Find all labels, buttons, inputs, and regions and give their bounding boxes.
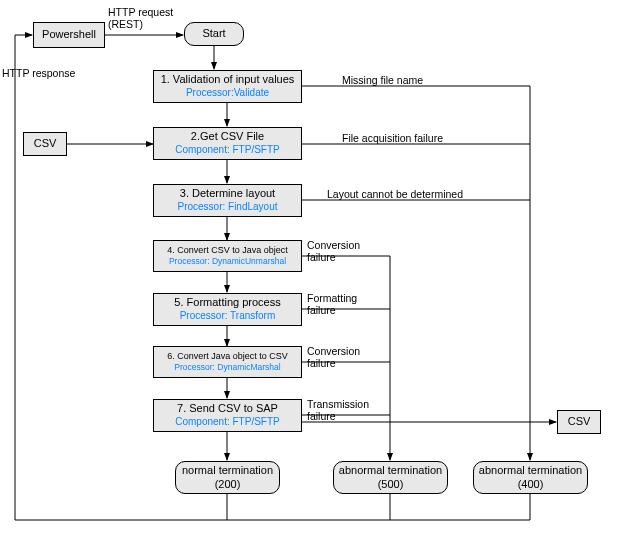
powershell-node: Powershell bbox=[33, 22, 105, 48]
step4-node: 4. Convert CSV to Java objectProcessor: … bbox=[153, 240, 302, 272]
err6-label: Conversion failure bbox=[307, 345, 360, 369]
step7-node: 7. Send CSV to SAPComponent: FTP/SFTP bbox=[153, 399, 302, 432]
step2-node: 2.Get CSV FileComponent: FTP/SFTP bbox=[153, 127, 302, 160]
err1-label: Missing file name bbox=[342, 74, 423, 86]
term-400-node: abnormal termination(400) bbox=[473, 461, 588, 494]
err2-label: File acquisition failure bbox=[342, 132, 443, 144]
err4-label: Conversion failure bbox=[307, 239, 360, 263]
csv-input-node: CSV bbox=[23, 132, 67, 156]
http-response-label: HTTP response bbox=[2, 67, 75, 79]
step3-node: 3. Determine layoutProcessor: FindLayout bbox=[153, 184, 302, 217]
csv-output-node: CSV bbox=[557, 410, 601, 434]
err7-label: Transmission failure bbox=[307, 398, 369, 422]
start-node: Start bbox=[184, 22, 244, 46]
term-500-node: abnormal termination(500) bbox=[333, 461, 448, 494]
http-request-label: HTTP request (REST) bbox=[108, 6, 173, 30]
step6-node: 6. Convert Java object to CSVProcessor: … bbox=[153, 346, 302, 378]
err5-label: Formatting failure bbox=[307, 292, 357, 316]
step1-node: 1. Validation of input valuesProcessor:V… bbox=[153, 70, 302, 103]
step5-node: 5. Formatting processProcessor: Transfor… bbox=[153, 293, 302, 326]
term-200-node: normal termination(200) bbox=[175, 461, 280, 494]
err3-label: Layout cannot be determined bbox=[327, 188, 463, 200]
